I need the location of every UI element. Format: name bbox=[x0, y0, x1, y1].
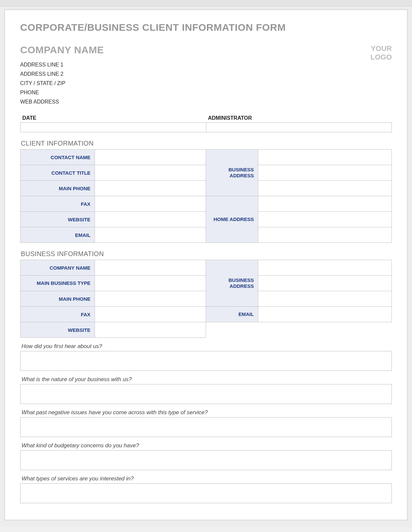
section-title-business: BUSINESS INFORMATION bbox=[21, 250, 392, 258]
logo-text: YOUR bbox=[370, 44, 392, 53]
company-name: COMPANY NAME bbox=[20, 44, 104, 56]
input-home-address-1[interactable] bbox=[258, 196, 391, 212]
answer-2[interactable] bbox=[20, 384, 392, 404]
answer-4[interactable] bbox=[20, 450, 392, 470]
input-contact-title[interactable] bbox=[95, 165, 206, 181]
label-business-address-2: BUSINESS ADDRESS bbox=[206, 260, 258, 307]
label-main-phone-2: MAIN PHONE bbox=[21, 291, 95, 307]
label-contact-title: CONTACT TITLE bbox=[21, 165, 95, 181]
input-biz-address-2[interactable] bbox=[258, 276, 391, 291]
input-contact-name[interactable] bbox=[95, 150, 206, 165]
logo-placeholder: YOUR LOGO bbox=[370, 44, 392, 62]
question-5: What types of services are you intereste… bbox=[21, 475, 392, 482]
label-business-address: BUSINESS ADDRESS bbox=[206, 150, 258, 196]
logo-text: LOGO bbox=[370, 53, 392, 62]
client-info-table: CONTACT NAME BUSINESS ADDRESS CONTACT TI… bbox=[20, 149, 392, 243]
input-email-2[interactable] bbox=[258, 307, 391, 322]
address-line: ADDRESS LINE 1 bbox=[20, 60, 104, 69]
label-website: WEBSITE bbox=[21, 212, 95, 227]
answer-5[interactable] bbox=[20, 483, 392, 503]
label-contact-name: CONTACT NAME bbox=[21, 150, 95, 165]
address-line: WEB ADDRESS bbox=[20, 97, 104, 107]
address-line: ADDRESS LINE 2 bbox=[20, 69, 104, 79]
address-block: ADDRESS LINE 1 ADDRESS LINE 2 CITY / STA… bbox=[20, 60, 104, 107]
label-website-2: WEBSITE bbox=[21, 322, 95, 338]
input-business-address-2[interactable] bbox=[258, 165, 391, 181]
label-main-business-type: MAIN BUSINESS TYPE bbox=[21, 276, 95, 291]
business-info-table: COMPANY NAME BUSINESS ADDRESS MAIN BUSIN… bbox=[20, 260, 392, 338]
input-biz-address-3[interactable] bbox=[258, 291, 391, 307]
input-email[interactable] bbox=[95, 227, 206, 243]
label-email: EMAIL bbox=[21, 227, 95, 243]
label-home-address: HOME ADDRESS bbox=[206, 196, 258, 243]
input-home-address-2[interactable] bbox=[258, 212, 391, 227]
question-4: What kind of budgetary concerns do you h… bbox=[21, 442, 392, 449]
input-fax-2[interactable] bbox=[95, 307, 206, 322]
question-2: What is the nature of your business with… bbox=[21, 376, 392, 383]
label-fax: FAX bbox=[21, 196, 95, 212]
form-title: CORPORATE/BUSINESS CLIENT INFORMATION FO… bbox=[20, 22, 392, 33]
input-fax[interactable] bbox=[95, 196, 206, 212]
input-website-2[interactable] bbox=[95, 322, 206, 338]
input-biz-address-1[interactable] bbox=[258, 260, 391, 276]
document-viewport: CORPORATE/BUSINESS CLIENT INFORMATION FO… bbox=[0, 0, 412, 527]
input-website[interactable] bbox=[95, 212, 206, 227]
input-home-address-3[interactable] bbox=[258, 227, 391, 243]
label-company-name: COMPANY NAME bbox=[21, 260, 95, 276]
input-business-address-3[interactable] bbox=[258, 181, 391, 196]
answer-1[interactable] bbox=[20, 351, 392, 371]
date-input[interactable] bbox=[21, 123, 206, 132]
input-main-phone-2[interactable] bbox=[95, 291, 206, 307]
label-main-phone: MAIN PHONE bbox=[21, 181, 95, 196]
letterhead-block: COMPANY NAME ADDRESS LINE 1 ADDRESS LINE… bbox=[20, 44, 104, 107]
input-main-phone[interactable] bbox=[95, 181, 206, 196]
question-3: What past negative issues have you come … bbox=[21, 409, 392, 416]
app-toolbar-strip bbox=[0, 0, 412, 6]
document-page: CORPORATE/BUSINESS CLIENT INFORMATION FO… bbox=[5, 10, 407, 520]
administrator-input[interactable] bbox=[206, 123, 392, 132]
input-company-name[interactable] bbox=[95, 260, 206, 276]
date-label: DATE bbox=[21, 114, 206, 123]
answer-3[interactable] bbox=[20, 417, 392, 437]
input-business-address-1[interactable] bbox=[258, 150, 391, 165]
address-line: PHONE bbox=[20, 88, 104, 97]
section-title-client: CLIENT INFORMATION bbox=[21, 140, 392, 147]
administrator-label: ADMINISTRATOR bbox=[206, 114, 392, 123]
date-admin-table: DATE ADMINISTRATOR bbox=[20, 114, 392, 132]
input-main-business-type[interactable] bbox=[95, 276, 206, 291]
question-1: How did you first hear about us? bbox=[21, 343, 392, 350]
label-email-2: EMAIL bbox=[206, 307, 258, 322]
label-fax-2: FAX bbox=[21, 307, 95, 322]
address-line: CITY / STATE / ZIP bbox=[20, 79, 104, 88]
